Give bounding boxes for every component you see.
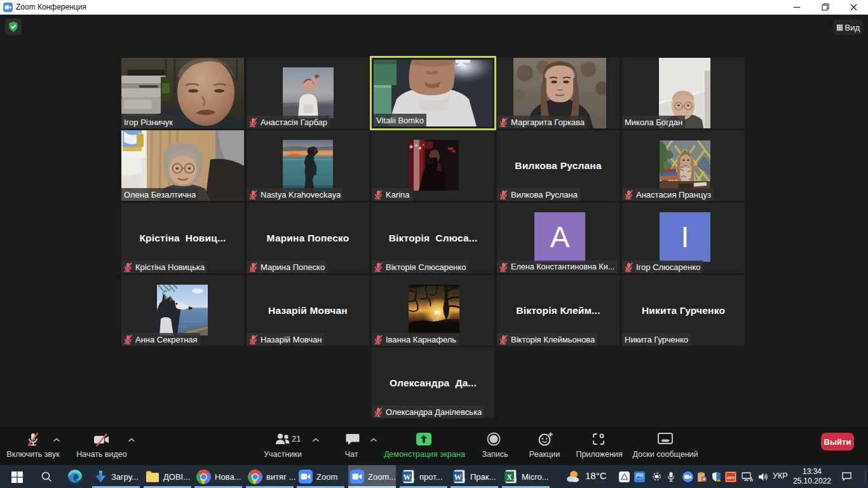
svg-text:W: W (403, 473, 411, 482)
svg-text:X: X (506, 473, 512, 482)
svg-text:W: W (454, 473, 462, 482)
svg-text:ссч: ссч (727, 475, 735, 480)
